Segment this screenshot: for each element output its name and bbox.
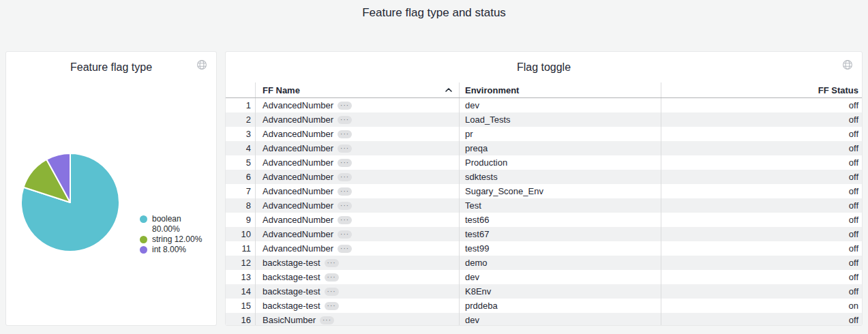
cell-actions-ellipsis-button[interactable]: ··· <box>325 302 339 310</box>
row-number: 8 <box>226 198 255 213</box>
row-number: 3 <box>226 127 255 141</box>
ff-name-text: AdvancedNumber <box>263 157 333 168</box>
ff-status-cell: off <box>661 170 863 184</box>
row-number: 1 <box>226 98 255 112</box>
ff-name-text: AdvancedNumber <box>263 100 333 110</box>
ff-name-cell: BasicNumber··· <box>255 313 459 326</box>
legend-color-dot <box>140 236 147 243</box>
ff-status-cell: off <box>661 141 863 155</box>
legend-item-string[interactable]: string 12.00% <box>140 234 208 245</box>
cell-actions-ellipsis-button[interactable]: ··· <box>338 130 352 138</box>
cell-actions-ellipsis-button[interactable]: ··· <box>338 187 352 196</box>
table-row: 4AdvancedNumber···preqaoff <box>226 141 862 155</box>
row-number: 7 <box>226 184 255 198</box>
globe-icon[interactable] <box>196 59 207 70</box>
environment-cell: pr <box>459 127 661 141</box>
environment-cell: dev <box>459 98 661 112</box>
table-row: 12backstage-test···demooff <box>226 256 862 270</box>
row-number: 2 <box>226 112 255 127</box>
ff-name-cell: backstage-test··· <box>255 284 459 299</box>
row-number: 6 <box>226 170 255 184</box>
ff-name-cell: AdvancedNumber··· <box>255 98 459 112</box>
legend-item-int[interactable]: int 8.00% <box>140 245 208 255</box>
environment-cell: preqa <box>459 141 661 155</box>
cell-actions-ellipsis-button[interactable]: ··· <box>338 216 352 224</box>
row-number: 11 <box>226 241 255 256</box>
table-row: 16BasicNumber···devoff <box>226 313 862 326</box>
environment-cell: test67 <box>459 227 661 241</box>
table-row: 1AdvancedNumber···devoff <box>226 98 862 112</box>
ff-status-cell: off <box>661 127 863 141</box>
row-number: 13 <box>226 270 255 284</box>
row-number: 14 <box>226 284 255 299</box>
table-row: 2AdvancedNumber···Load_Testsoff <box>226 112 862 127</box>
ff-name-cell: backstage-test··· <box>255 256 459 270</box>
pie-chart-area: boolean 80.00%string 12.00%int 8.00% <box>6 82 216 326</box>
row-number: 4 <box>226 141 255 155</box>
ff-status-cell: on <box>661 299 863 313</box>
panel-flag-toggle: Flag toggle FF Name Environment FF Statu… <box>225 51 863 326</box>
column-header-ff-status[interactable]: FF Status <box>661 82 863 97</box>
cell-actions-ellipsis-button[interactable]: ··· <box>338 230 352 239</box>
ff-status-cell: off <box>661 213 863 227</box>
ff-name-cell: AdvancedNumber··· <box>255 170 459 184</box>
column-header-environment[interactable]: Environment <box>459 82 661 97</box>
environment-cell: Test <box>459 198 661 213</box>
row-number: 10 <box>226 227 255 241</box>
cell-actions-ellipsis-button[interactable]: ··· <box>325 273 339 282</box>
table-body: 1AdvancedNumber···devoff2AdvancedNumber·… <box>226 98 862 326</box>
ff-status-cell: off <box>661 98 863 112</box>
environment-cell: sdktests <box>459 170 661 184</box>
ff-name-text: AdvancedNumber <box>263 243 333 254</box>
panel-title: Feature flag type <box>70 61 152 74</box>
legend-color-dot <box>140 215 147 223</box>
panel-header[interactable]: Flag toggle <box>226 52 862 82</box>
column-header-ff-name[interactable]: FF Name <box>255 82 459 97</box>
ff-name-text: AdvancedNumber <box>263 172 333 182</box>
cell-actions-ellipsis-button[interactable]: ··· <box>338 145 352 153</box>
cell-actions-ellipsis-button[interactable]: ··· <box>338 159 352 167</box>
cell-actions-ellipsis-button[interactable]: ··· <box>338 173 352 181</box>
cell-actions-ellipsis-button[interactable]: ··· <box>338 116 352 124</box>
environment-cell: prddeba <box>459 299 661 313</box>
ff-name-cell: AdvancedNumber··· <box>255 241 459 256</box>
cell-actions-ellipsis-button[interactable]: ··· <box>338 102 352 110</box>
ff-name-cell: AdvancedNumber··· <box>255 127 459 141</box>
globe-icon[interactable] <box>842 59 853 70</box>
ff-name-text: AdvancedNumber <box>263 200 333 211</box>
ff-name-text: AdvancedNumber <box>263 129 333 139</box>
cell-actions-ellipsis-button[interactable]: ··· <box>320 316 334 324</box>
table-row: 10AdvancedNumber···test67off <box>226 227 862 241</box>
ff-status-cell: off <box>661 256 863 270</box>
table-row: 15backstage-test···prddebaon <box>226 299 862 313</box>
cell-actions-ellipsis-button[interactable]: ··· <box>338 245 352 253</box>
row-number: 5 <box>226 155 255 170</box>
ff-name-cell: AdvancedNumber··· <box>255 227 459 241</box>
cell-actions-ellipsis-button[interactable]: ··· <box>325 259 339 267</box>
ff-name-text: BasicNumber <box>263 315 316 325</box>
environment-cell: K8Env <box>459 284 661 299</box>
pie-legend: boolean 80.00%string 12.00%int 8.00% <box>140 214 208 255</box>
row-number: 15 <box>226 299 255 313</box>
cell-actions-ellipsis-button[interactable]: ··· <box>325 288 339 296</box>
cell-actions-ellipsis-button[interactable]: ··· <box>338 202 352 210</box>
environment-cell: Sugary_Scone_Env <box>459 184 661 198</box>
ff-name-cell: AdvancedNumber··· <box>255 112 459 127</box>
row-number: 9 <box>226 213 255 227</box>
table-row: 9AdvancedNumber···test66off <box>226 213 862 227</box>
ff-name-cell: backstage-test··· <box>255 299 459 313</box>
ff-status-cell: off <box>661 284 863 299</box>
pie-chart <box>6 82 217 326</box>
panel-header[interactable]: Feature flag type <box>6 52 216 82</box>
table-row: 13backstage-test···devoff <box>226 270 862 284</box>
environment-cell: demo <box>459 256 661 270</box>
row-number: 12 <box>226 256 255 270</box>
panel-feature-flag-type: Feature flag type boolean 80.00%string 1… <box>5 51 217 326</box>
legend-item-boolean[interactable]: boolean 80.00% <box>140 214 208 234</box>
environment-cell: dev <box>459 270 661 284</box>
ff-status-cell: off <box>661 313 863 326</box>
table-row: 7AdvancedNumber···Sugary_Scone_Envoff <box>226 184 862 198</box>
table-header-row: FF Name Environment FF Status <box>226 82 862 98</box>
row-number: 16 <box>226 313 255 326</box>
ff-name-text: AdvancedNumber <box>263 229 333 239</box>
